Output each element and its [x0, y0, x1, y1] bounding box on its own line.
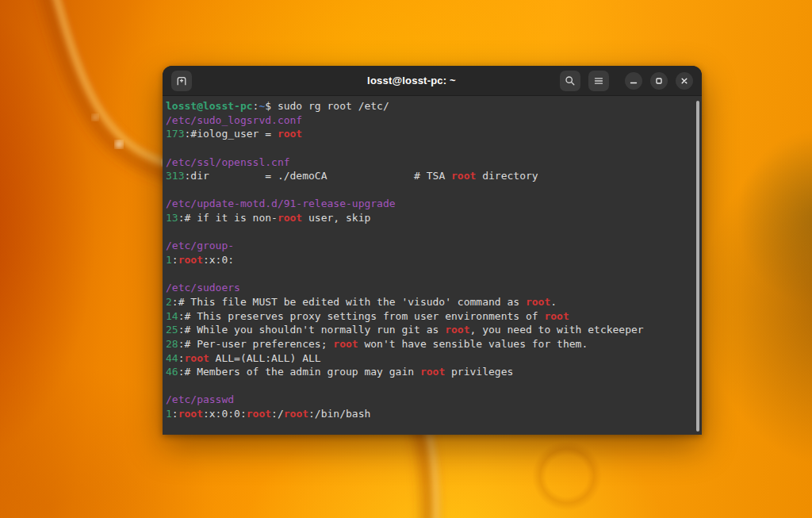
- close-button[interactable]: [676, 72, 693, 90]
- terminal-lines: losst@losst-pc:~$ sudo rg root /etc//etc…: [166, 99, 694, 421]
- hamburger-menu-icon: [592, 75, 605, 87]
- terminal-line: /etc/sudoers: [166, 281, 694, 295]
- terminal-line: /etc/sudo_logsrvd.conf: [166, 113, 694, 128]
- scrollbar-thumb[interactable]: [696, 101, 699, 432]
- terminal-line: /etc/passwd: [166, 393, 694, 407]
- terminal-line: losst@losst-pc:~$ sudo rg root /etc/: [166, 99, 694, 113]
- new-tab-icon: [175, 75, 188, 87]
- window-title: losst@losst-pc: ~: [266, 75, 557, 86]
- terminal-window: losst@losst-pc: ~: [163, 66, 702, 435]
- search-button[interactable]: [560, 71, 580, 91]
- minimize-icon: [628, 75, 639, 86]
- terminal-line: 28:# Per-user preferences; root won't ha…: [166, 337, 694, 351]
- terminal-line: 2:# This file MUST be edited with the 'v…: [166, 295, 694, 309]
- terminal-output[interactable]: losst@losst-pc:~$ sudo rg root /etc//etc…: [163, 96, 702, 435]
- titlebar[interactable]: losst@losst-pc: ~: [163, 66, 702, 96]
- terminal-line: 14:# This preserves proxy settings from …: [166, 309, 694, 324]
- terminal-line: [166, 141, 694, 155]
- terminal-line: 1:root:x:0:0:root:/root:/bin/bash: [166, 407, 694, 421]
- search-icon: [564, 75, 576, 87]
- terminal-line: /etc/group-: [166, 239, 694, 253]
- terminal-line: 46:# Members of the admin group may gain…: [166, 365, 694, 379]
- minimize-button[interactable]: [625, 72, 642, 90]
- terminal-line: [166, 225, 694, 240]
- terminal-line: [166, 267, 694, 282]
- terminal-line: 1:root:x:0:: [166, 253, 694, 267]
- menu-button[interactable]: [588, 71, 609, 91]
- close-icon: [679, 75, 690, 86]
- terminal-line: /etc/ssl/openssl.cnf: [166, 155, 694, 170]
- terminal-line: 44:root ALL=(ALL:ALL) ALL: [166, 351, 694, 366]
- terminal-line: /etc/update-motd.d/91-release-upgrade: [166, 197, 694, 211]
- maximize-button[interactable]: [650, 72, 668, 90]
- terminal-line: [166, 183, 694, 198]
- terminal-line: 173:#iolog_user = root: [166, 127, 694, 141]
- terminal-line: 25:# While you shouldn't normally run gi…: [166, 323, 694, 337]
- terminal-line: [166, 379, 694, 393]
- new-tab-button[interactable]: [171, 71, 192, 91]
- maximize-icon: [653, 75, 665, 86]
- terminal-line: 13:# if it is non-root user, skip: [166, 211, 694, 225]
- terminal-line: 313:dir = ./demoCA # TSA root directory: [166, 169, 694, 183]
